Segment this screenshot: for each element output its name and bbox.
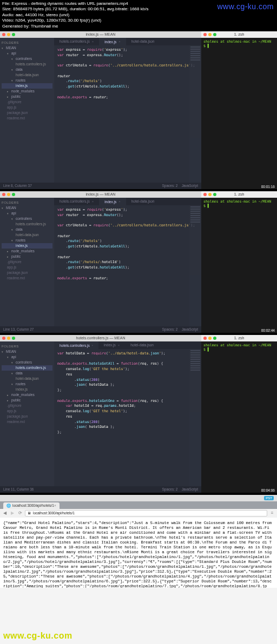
tree-node-modules[interactable]: ▸node_modules xyxy=(2,89,52,94)
terminal-prompt[interactable]: $ ▌ xyxy=(201,44,277,48)
tree-package-json[interactable]: package.json xyxy=(2,414,52,419)
terminal[interactable]: sholmes at sholmes-mac in ~/MEAN $ ▌ xyxy=(201,38,277,189)
code-content[interactable]: var express = require('express'); var ro… xyxy=(54,45,201,103)
sidebar-header: FOLDERS xyxy=(2,40,52,45)
tree-gitignore[interactable]: .gitignore xyxy=(2,403,52,408)
tree-hotel-data[interactable]: hotel-data.json xyxy=(2,376,52,381)
terminal-prompt[interactable]: $ ▌ xyxy=(201,347,277,352)
tree-controllers[interactable]: ▾controllers xyxy=(2,216,52,222)
tree-package-json[interactable]: package.json xyxy=(2,110,52,116)
minimap[interactable] xyxy=(189,45,201,183)
reload-button[interactable]: ⟳ xyxy=(17,511,23,516)
code-editor[interactable]: hotels.controllers.js× index.js× hotel-d… xyxy=(54,198,201,326)
terminal-title: 1. zsh xyxy=(201,336,277,340)
window-titlebar xyxy=(0,495,277,501)
tree-app-js[interactable]: app.js xyxy=(2,265,52,270)
browser-panel: 🌐 localhost:3000/api/hotels/1 × PST ◀ ▶ … xyxy=(0,495,277,644)
code-content[interactable]: var hotelData = require('../data/hotel-d… xyxy=(54,349,201,438)
tab-label: localhost:3000/api/hotels/1 xyxy=(12,504,54,507)
tree-hotel-data[interactable]: hotel-data.json xyxy=(2,72,52,78)
tree-api[interactable]: ▾api xyxy=(2,354,52,360)
tab-hotel-data[interactable]: hotel-data.json xyxy=(125,341,159,349)
status-cursor: Line 13, Column 27 xyxy=(3,327,34,331)
status-spaces[interactable]: Spaces: 2 xyxy=(162,487,177,491)
minimap[interactable] xyxy=(189,205,201,326)
tab-controllers[interactable]: hotels.controllers.js× xyxy=(54,38,99,45)
tree-hotels-controllers[interactable]: hotels.controllers.js xyxy=(2,222,52,227)
tree-readme[interactable]: readme.md xyxy=(2,116,52,121)
tree-app-js[interactable]: app.js xyxy=(2,408,52,414)
tab-index[interactable]: index.js× xyxy=(99,198,126,205)
code-editor[interactable]: hotels.controllers.js× index.js× hotel-d… xyxy=(54,38,201,183)
tree-hotels-controllers[interactable]: hotels.controllers.js xyxy=(2,62,52,67)
tree-node-modules[interactable]: ▸node_modules xyxy=(2,392,52,398)
file-tree-sidebar[interactable]: FOLDERS ▾MEAN ▾api ▾controllers hotels.c… xyxy=(0,341,54,486)
menu-icon[interactable]: ≡ xyxy=(269,511,275,516)
terminal-titlebar: 1. zsh xyxy=(201,335,277,341)
code-editor[interactable]: hotels.controllers.js• index.js× hotel-d… xyxy=(54,341,201,486)
tree-index-js[interactable]: index.js xyxy=(2,83,52,89)
url-field[interactable]: 🗎 localhost:3000/api/hotels/1 xyxy=(25,510,267,516)
status-spaces[interactable]: Spaces: 2 xyxy=(162,327,177,331)
status-lang[interactable]: JavaScript xyxy=(182,487,198,491)
terminal-prompt-line: sholmes at sholmes-mac in ~/MEAN xyxy=(203,343,271,347)
tree-controllers[interactable]: ▾controllers xyxy=(2,56,52,62)
tree-routes[interactable]: ▾routes xyxy=(2,381,52,387)
window-titlebar: index.js — MEAN xyxy=(0,191,201,198)
tree-data[interactable]: ▾data xyxy=(2,371,52,376)
status-lang[interactable]: JavaScript xyxy=(182,327,198,331)
tree-public[interactable]: ▸public xyxy=(2,254,52,259)
tree-root[interactable]: ▾MEAN xyxy=(2,205,52,211)
tree-gitignore[interactable]: .gitignore xyxy=(2,259,52,265)
terminal-titlebar: 1. zsh xyxy=(201,31,277,38)
tab-hotel-data[interactable]: hotel-data.json xyxy=(126,38,160,45)
browser-tab[interactable]: 🌐 localhost:3000/api/hotels/1 × xyxy=(3,502,60,509)
tab-close-icon[interactable]: × xyxy=(54,504,56,507)
terminal[interactable]: sholmes at sholmes-mac in ~/MEAN $ ▌ xyxy=(201,198,277,333)
tree-readme[interactable]: readme.md xyxy=(2,419,52,425)
tab-controllers[interactable]: hotels.controllers.js× xyxy=(54,198,99,205)
terminal[interactable]: sholmes at sholmes-mac in ~/MEAN $ ▌ xyxy=(201,341,277,493)
tab-index[interactable]: index.js× xyxy=(98,341,126,349)
tree-index-js[interactable]: index.js xyxy=(2,243,52,249)
minimap[interactable] xyxy=(189,349,201,486)
tree-gitignore[interactable]: .gitignore xyxy=(2,99,52,105)
globe-icon: 🌐 xyxy=(6,504,11,508)
tab-controllers[interactable]: hotels.controllers.js• xyxy=(54,341,98,349)
terminal-title: 1. zsh xyxy=(201,192,277,196)
status-spaces[interactable]: Spaces: 2 xyxy=(162,184,177,187)
tree-node-modules[interactable]: ▸node_modules xyxy=(2,249,52,254)
tree-data[interactable]: ▾data xyxy=(2,67,52,72)
frame-timestamp: 00:01:16 xyxy=(261,185,275,189)
status-lang[interactable]: JavaScript xyxy=(182,184,198,187)
tree-api[interactable]: ▾api xyxy=(2,211,52,216)
terminal-titlebar: 1. zsh xyxy=(201,191,277,198)
tree-routes[interactable]: ▾routes xyxy=(2,78,52,83)
back-button[interactable]: ◀ xyxy=(2,511,8,516)
file-tree-sidebar[interactable]: FOLDERS ▾MEAN ▾api ▾controllers hotels.c… xyxy=(0,198,54,326)
tree-package-json[interactable]: package.json xyxy=(2,270,52,276)
response-body[interactable]: {"name":"Grand Hotel Palatino","stars":4… xyxy=(0,518,277,588)
tree-root[interactable]: ▾MEAN xyxy=(2,45,52,51)
tree-api[interactable]: ▾api xyxy=(2,51,52,56)
tree-public[interactable]: ▸public xyxy=(2,94,52,99)
file-tree-sidebar[interactable]: FOLDERS ▾MEAN ▾api ▾controllers hotels.c… xyxy=(0,38,54,183)
tree-root[interactable]: ▾MEAN xyxy=(2,349,52,354)
extension-badge[interactable]: PST xyxy=(264,496,274,500)
tree-routes[interactable]: ▾routes xyxy=(2,238,52,243)
forward-button[interactable]: ▶ xyxy=(10,511,15,516)
tree-controllers[interactable]: ▾controllers xyxy=(2,360,52,365)
tree-hotels-controllers[interactable]: hotels.controllers.js xyxy=(2,365,52,371)
watermark-top: www.cg-ku.com xyxy=(217,2,274,11)
editor-tabs: hotels.controllers.js× index.js× hotel-d… xyxy=(54,38,201,45)
tab-hotel-data[interactable]: hotel-data.json xyxy=(126,198,160,205)
terminal-prompt[interactable]: $ ▌ xyxy=(201,204,277,208)
tree-data[interactable]: ▾data xyxy=(2,227,52,232)
tree-public[interactable]: ▸public xyxy=(2,398,52,403)
tree-index-js[interactable]: index.js xyxy=(2,387,52,392)
tree-app-js[interactable]: app.js xyxy=(2,105,52,110)
tree-hotel-data[interactable]: hotel-data.json xyxy=(2,232,52,238)
tab-index[interactable]: index.js× xyxy=(99,38,126,45)
tree-readme[interactable]: readme.md xyxy=(2,276,52,281)
code-content[interactable]: var express = require('express'); var ro… xyxy=(54,205,201,284)
